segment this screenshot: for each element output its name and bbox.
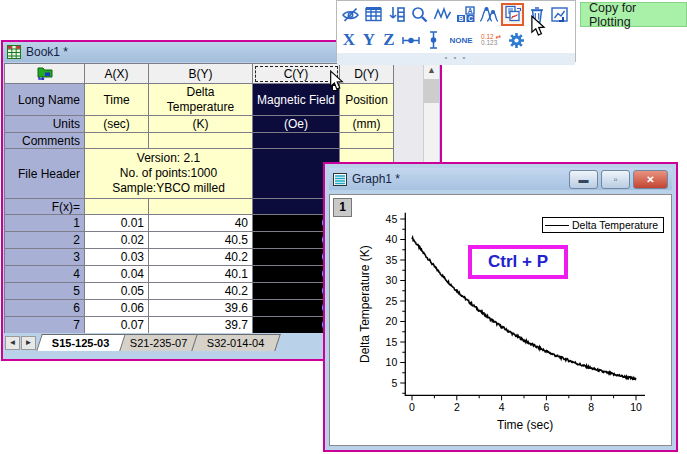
column-header-D(Y)[interactable]: D(Y) — [340, 64, 394, 84]
row-label[interactable]: Long Name — [5, 84, 85, 116]
worksheet-corner-cell[interactable] — [5, 64, 85, 84]
worksheet-grid-icon[interactable] — [363, 4, 384, 25]
cell[interactable]: 40.5 — [149, 232, 253, 249]
scroll-up-icon[interactable]: ▲ — [424, 63, 439, 78]
tab-scroll-right-icon[interactable]: ► — [21, 336, 36, 350]
cell[interactable]: 0.02 — [85, 232, 149, 249]
shortcut-annotation: Ctrl + P — [468, 245, 568, 279]
cell[interactable] — [340, 133, 394, 149]
row-label[interactable]: Comments — [5, 133, 85, 149]
cell[interactable] — [85, 199, 149, 215]
file-header-cell[interactable]: Version: 2.1No. of points:1000Sample:YBC… — [85, 149, 253, 199]
insert-column-icon[interactable] — [386, 4, 407, 25]
cell[interactable]: 40.2 — [149, 249, 253, 266]
restore-button[interactable]: ▫ — [601, 170, 630, 189]
column-header-A(X)[interactable]: A(X) — [85, 64, 149, 84]
svg-text:6: 6 — [543, 401, 549, 413]
set-as-y-button[interactable]: Y — [360, 30, 378, 51]
sheet-tab-S21-235-07[interactable]: S21-235-07 — [114, 334, 203, 351]
legend[interactable]: Delta Temperature — [542, 217, 664, 233]
mini-toolbar-row1: A B C — [337, 1, 575, 27]
row-number[interactable]: 2 — [5, 232, 85, 249]
sparklines-icon[interactable] — [432, 4, 453, 25]
graph1-window: Graph1 * ▬ ▫ ✕ 1 Delta Temperature Ctrl … — [323, 162, 678, 452]
cell[interactable]: Position — [340, 84, 394, 116]
graph1-titlebar[interactable]: Graph1 * ▬ ▫ ✕ — [329, 168, 672, 190]
column-header-B(Y)[interactable]: B(Y) — [149, 64, 253, 84]
copy-for-plotting-icon[interactable] — [501, 3, 524, 26]
svg-text:15: 15 — [386, 336, 398, 348]
cell[interactable] — [253, 133, 340, 149]
toolbar-grip[interactable]: • • • — [337, 53, 575, 65]
row-label[interactable]: Units — [5, 116, 85, 133]
svg-text:A: A — [467, 7, 472, 14]
close-button[interactable]: ✕ — [633, 170, 668, 189]
cell[interactable] — [149, 199, 253, 215]
svg-text:35: 35 — [386, 254, 398, 266]
row-number[interactable]: 5 — [5, 283, 85, 300]
cell[interactable]: 40.1 — [149, 266, 253, 283]
cell[interactable] — [149, 133, 253, 149]
svg-text:8: 8 — [588, 401, 594, 413]
svg-text:40: 40 — [386, 233, 398, 245]
row-number[interactable]: 3 — [5, 249, 85, 266]
svg-text:5: 5 — [391, 377, 397, 389]
graph-client-area: 1 Delta Temperature Ctrl + P 02468105101… — [329, 194, 672, 446]
graph1-title: Graph1 * — [352, 172, 400, 186]
tab-scroll-left-icon[interactable]: ◄ — [5, 336, 20, 350]
cell[interactable]: (mm) — [340, 116, 394, 133]
cell[interactable]: 0.04 — [85, 266, 149, 283]
scrollbar-thumb[interactable] — [424, 79, 439, 103]
cell[interactable] — [85, 133, 149, 149]
row-label[interactable]: File Header — [5, 149, 85, 199]
svg-text:4: 4 — [499, 401, 505, 413]
graph-icon — [333, 173, 347, 186]
peak-analysis-icon[interactable] — [478, 4, 499, 25]
cell[interactable]: 0.07 — [85, 317, 149, 334]
x-error-bar-icon[interactable] — [400, 30, 421, 51]
cell[interactable]: (K) — [149, 116, 253, 133]
mini-toolbar: A B C X — [336, 0, 576, 62]
cell[interactable]: (Oe) — [253, 116, 340, 133]
cell[interactable]: 0.05 — [85, 283, 149, 300]
cell[interactable]: 0.06 — [85, 300, 149, 317]
svg-text:25: 25 — [386, 295, 398, 307]
cell[interactable]: Time — [85, 84, 149, 116]
svg-text:Time (sec): Time (sec) — [497, 418, 553, 432]
row-number[interactable]: 7 — [5, 317, 85, 334]
legend-line-sample — [545, 225, 569, 226]
set-as-z-button[interactable]: Z — [380, 30, 398, 51]
cell[interactable]: (sec) — [85, 116, 149, 133]
minimize-button[interactable]: ▬ — [569, 170, 598, 189]
cell[interactable]: 39.6 — [149, 300, 253, 317]
label-row: Units(sec)(K)(Oe)(mm) — [5, 116, 394, 133]
zoom-icon[interactable] — [409, 4, 430, 25]
sheet-tab-S15-125-03[interactable]: S15-125-03 — [36, 334, 125, 351]
cell[interactable]: 39.7 — [149, 317, 253, 334]
settings-gear-icon[interactable] — [506, 30, 527, 51]
row-label[interactable]: F(x)= — [5, 199, 85, 215]
row-number[interactable]: 6 — [5, 300, 85, 317]
set-as-none-button[interactable]: NONE — [446, 30, 476, 51]
export-graph-icon[interactable] — [549, 4, 570, 25]
number-format-icon[interactable]: 0.12 ⇄0.123 — [478, 30, 504, 51]
svg-text:20: 20 — [386, 315, 398, 327]
cell[interactable]: 0.03 — [85, 249, 149, 266]
unhide-icon[interactable] — [340, 4, 361, 25]
cell[interactable]: Delta Temperature — [149, 84, 253, 116]
column-labels-icon[interactable]: A B C — [455, 4, 476, 25]
set-as-x-button[interactable]: X — [340, 30, 358, 51]
row-number[interactable]: 4 — [5, 266, 85, 283]
delete-icon[interactable] — [526, 4, 547, 25]
layer-1-badge[interactable]: 1 — [333, 198, 352, 217]
cell[interactable]: 0.01 — [85, 215, 149, 232]
cell[interactable]: Magnetic Field — [253, 84, 340, 116]
row-number[interactable]: 1 — [5, 215, 85, 232]
svg-text:10: 10 — [630, 401, 642, 413]
column-header-C(Y)[interactable]: C(Y) — [253, 64, 340, 84]
cell[interactable]: 40.2 — [149, 283, 253, 300]
cell[interactable]: 40 — [149, 215, 253, 232]
y-error-bar-icon[interactable] — [423, 30, 444, 51]
sheet-tab-S32-014-04[interactable]: S32-014-04 — [191, 334, 280, 351]
svg-text:2: 2 — [454, 401, 460, 413]
